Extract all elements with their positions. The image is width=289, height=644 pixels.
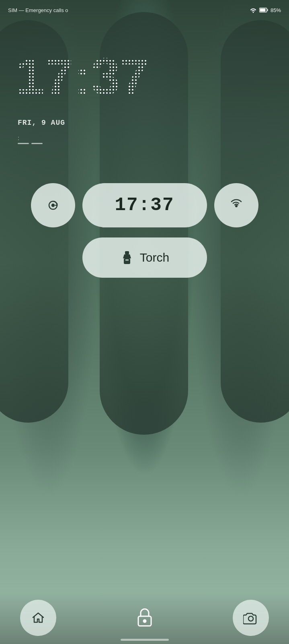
svg-rect-7	[125, 259, 129, 261]
notification-dots: :	[18, 135, 19, 141]
status-right: 85%	[250, 7, 281, 13]
home-indicator	[121, 639, 169, 641]
torch-label: Torch	[140, 251, 169, 264]
broadcast-icon	[228, 196, 245, 214]
lock-center[interactable]	[136, 607, 154, 628]
svg-rect-5	[125, 251, 129, 254]
wifi-icon	[250, 7, 257, 13]
battery-icon	[259, 7, 268, 13]
torch-row: Torch	[0, 237, 289, 278]
notif-line-1	[18, 143, 29, 144]
svg-point-10	[248, 616, 253, 621]
rotate-icon	[44, 196, 62, 214]
torch-button[interactable]: Torch	[82, 237, 207, 278]
controls-row: 17:37	[0, 183, 289, 227]
svg-rect-1	[260, 9, 265, 12]
svg-point-3	[52, 204, 54, 206]
home-icon	[31, 611, 45, 625]
notification-lines	[18, 143, 43, 144]
flashlight-icon	[120, 250, 134, 265]
rotate-button[interactable]	[31, 183, 75, 227]
svg-point-4	[235, 205, 238, 207]
sim-status: SIM — Emergency calls o	[8, 7, 68, 13]
svg-point-9	[143, 620, 146, 622]
lock-icon	[136, 607, 154, 628]
pill-clock-time: 17:37	[115, 195, 174, 216]
notif-line-2	[31, 143, 43, 144]
camera-button[interactable]	[233, 600, 269, 636]
date-display: FRI, 9 AUG	[18, 119, 65, 127]
big-clock: 17:37	[15, 46, 149, 107]
home-button[interactable]	[20, 600, 56, 636]
battery-percent: 85%	[271, 7, 281, 13]
bottom-bar	[0, 592, 289, 644]
status-bar: SIM — Emergency calls o 85%	[0, 0, 289, 20]
camera-icon	[243, 611, 258, 625]
pill-clock-button[interactable]: 17:37	[82, 183, 207, 227]
broadcast-button[interactable]	[214, 183, 258, 227]
